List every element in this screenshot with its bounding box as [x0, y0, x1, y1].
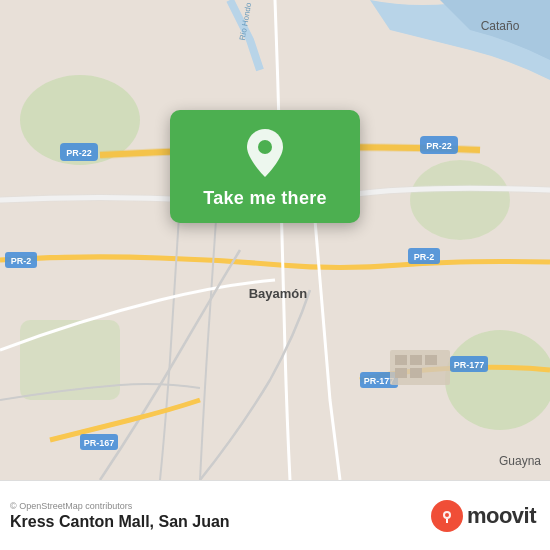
bottom-bar: © OpenStreetMap contributors Kress Canto…	[0, 480, 550, 550]
take-me-there-card[interactable]: Take me there	[170, 110, 360, 223]
svg-point-34	[445, 513, 449, 517]
svg-rect-27	[410, 355, 422, 365]
svg-point-2	[410, 160, 510, 240]
svg-text:PR-167: PR-167	[84, 438, 115, 448]
svg-text:PR-22: PR-22	[66, 148, 92, 158]
svg-text:PR-177: PR-177	[364, 376, 395, 386]
svg-text:PR-2: PR-2	[11, 256, 32, 266]
bottom-left-info: © OpenStreetMap contributors Kress Canto…	[10, 501, 230, 531]
svg-text:PR-177: PR-177	[454, 360, 485, 370]
svg-text:PR-22: PR-22	[426, 141, 452, 151]
svg-point-3	[445, 330, 550, 430]
svg-rect-29	[395, 368, 407, 378]
svg-rect-4	[20, 320, 120, 400]
location-pin-icon	[240, 128, 290, 178]
moovit-brand-name: moovit	[467, 503, 536, 529]
moovit-logo: moovit	[431, 500, 536, 532]
moovit-icon	[431, 500, 463, 532]
svg-point-31	[258, 140, 272, 154]
svg-text:Bayamón: Bayamón	[249, 286, 308, 301]
place-title: Kress Canton Mall, San Juan	[10, 513, 230, 531]
svg-text:Cataño: Cataño	[481, 19, 520, 33]
svg-rect-30	[410, 368, 422, 378]
take-me-there-button[interactable]: Take me there	[203, 188, 327, 209]
map-svg: PR-22 PR-22 PR-22 PR-2 PR-2 PR-177 PR-17…	[0, 0, 550, 480]
map-attribution: © OpenStreetMap contributors	[10, 501, 230, 511]
svg-rect-28	[425, 355, 437, 365]
svg-text:Guayna: Guayna	[499, 454, 541, 468]
map-view[interactable]: PR-22 PR-22 PR-22 PR-2 PR-2 PR-177 PR-17…	[0, 0, 550, 480]
svg-rect-26	[395, 355, 407, 365]
svg-text:PR-2: PR-2	[414, 252, 435, 262]
